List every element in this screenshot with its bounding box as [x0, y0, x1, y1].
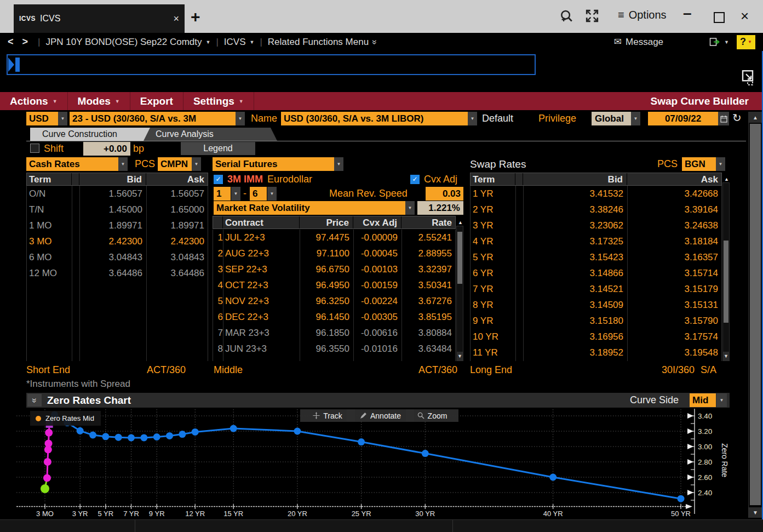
calendar-icon[interactable]	[718, 112, 729, 125]
popout-panel-icon[interactable]	[739, 69, 756, 89]
curve-side-select[interactable]: Mid	[690, 393, 716, 407]
currency-caret[interactable]: ▼	[58, 112, 67, 125]
swap-rate-row[interactable]: 11 YR3.189523.19548	[471, 345, 721, 361]
col-term[interactable]: Term	[27, 173, 72, 185]
col-term[interactable]: Term	[471, 173, 515, 185]
swap-rate-row[interactable]: 10 YR3.169563.17574	[471, 329, 721, 345]
futures-contract-row[interactable]: 4OCT 22+396.4950-0.001593.50341	[213, 277, 455, 293]
curve-name-caret[interactable]: ▼	[468, 112, 477, 125]
curve-name-field[interactable]: USD (30/360, S/A vs. 3M LIBOR)	[281, 112, 468, 125]
cash-rates-row[interactable]: 6 MO3.048433.04843	[27, 249, 208, 265]
futures-scrollbar[interactable]: ▼	[456, 226, 463, 361]
futures-caret[interactable]: ▼	[334, 157, 343, 171]
volatility-select[interactable]: Market Rate Volatility	[214, 201, 405, 215]
col-ask[interactable]: Ask	[146, 173, 208, 185]
cash-rates-row[interactable]: O/N1.560571.56057	[27, 186, 208, 202]
mean-rev-input[interactable]: 0.03	[426, 187, 463, 201]
scroll-up-icon[interactable]: ▲	[749, 112, 762, 123]
volatility-caret[interactable]: ▼	[405, 201, 415, 215]
nav-forward-icon[interactable]: >	[22, 36, 28, 48]
currency-select[interactable]: USD	[26, 112, 58, 125]
futures-select[interactable]: Serial Futures	[213, 157, 334, 171]
main-scrollbar[interactable]: ▲ ▼	[748, 112, 762, 518]
swap-rate-row[interactable]: 8 YR3.145093.15131	[471, 297, 721, 313]
menu-settings[interactable]: Settings▼	[183, 92, 254, 110]
zero-rates-chart[interactable]: 3 MO3 YR5 YR7 YR9 YR12 YR15 YR20 YR25 YR…	[0, 408, 738, 519]
scroll-down-icon[interactable]: ▼	[723, 352, 729, 361]
swap-rate-row[interactable]: 6 YR3.148663.15714	[471, 265, 721, 281]
cash-rates-row[interactable]: T/N1.450001.65000	[27, 202, 208, 218]
curve-date-field[interactable]: 07/09/22	[648, 112, 718, 125]
cvx-checkbox[interactable]: ✓	[410, 175, 420, 184]
swap-rate-row[interactable]: 4 YR3.173253.18184	[471, 233, 721, 249]
cash-rates-row[interactable]: 1 MO1.899711.89971	[27, 218, 208, 233]
privilege-caret[interactable]: ▼	[631, 112, 640, 125]
tab-icvs[interactable]: ICVS ICVS ×	[14, 4, 185, 33]
col-bid[interactable]: Bid	[79, 173, 146, 185]
minimize-button[interactable]: –	[683, 4, 692, 22]
cash-pcs-caret[interactable]: ▼	[192, 157, 201, 171]
sort-asc-icon[interactable]: ▲	[724, 176, 729, 182]
col-bid[interactable]: Bid	[523, 173, 627, 185]
swap-rate-row[interactable]: 7 YR3.145213.15179	[471, 281, 721, 297]
collapse-chart-button[interactable]: »	[27, 394, 42, 407]
tab-close-icon[interactable]: ×	[173, 13, 179, 25]
export-panel-button[interactable]: ▼	[709, 37, 729, 47]
security-selector[interactable]: JPN 10Y BOND(OSE) Sep22 Comdty ▼	[45, 37, 210, 48]
swap-rate-row[interactable]: 9 YR3.151803.15790	[471, 313, 721, 329]
cash-rates-row[interactable]: 3 MO2.423002.42300	[27, 233, 208, 249]
futures-contract-row[interactable]: 1JUL 22+397.4475-0.000092.55241	[213, 230, 455, 245]
imm-eurodollar-toggle[interactable]: ✓ 3M IMM Eurodollar	[214, 174, 312, 185]
scrollbar-thumb[interactable]	[750, 124, 761, 505]
curve-select[interactable]: 23 - USD (30/360, S/A vs. 3M	[70, 112, 236, 125]
privilege-select[interactable]: Global	[592, 112, 631, 125]
futures-from-caret[interactable]: ▼	[231, 187, 240, 201]
maximize-button[interactable]	[714, 12, 725, 23]
swap-pcs-select[interactable]: BGN	[682, 157, 716, 171]
col-ask[interactable]: Ask	[627, 173, 722, 185]
scroll-down-icon[interactable]: ▼	[457, 352, 463, 361]
help-button[interactable]: ? ▼	[737, 35, 755, 49]
fullscreen-icon[interactable]	[585, 9, 601, 25]
futures-from-select[interactable]: 1	[214, 187, 231, 201]
refresh-icon[interactable]: ↻	[732, 111, 742, 124]
annotate-button[interactable]: Annotate	[347, 409, 414, 422]
futures-contract-row[interactable]: 6DEC 22+396.1450-0.003053.85195	[213, 309, 455, 325]
related-functions-menu[interactable]: Related Functions Menu »	[268, 37, 377, 48]
volatility-value[interactable]: 1.221%	[417, 201, 463, 215]
col-price[interactable]: Price	[300, 216, 353, 228]
legend-button[interactable]: Legend	[181, 142, 255, 155]
cash-rates-row[interactable]: 12 MO3.644863.64486	[27, 265, 208, 281]
menu-export[interactable]: Export	[130, 92, 183, 110]
sort-asc-icon[interactable]: ▲	[458, 220, 463, 225]
curve-side-caret[interactable]: ▼	[716, 393, 727, 407]
cash-rates-select[interactable]: Cash Rates	[26, 157, 118, 171]
cash-rates-caret[interactable]: ▼	[118, 157, 128, 171]
window-close-button[interactable]: ×	[741, 8, 749, 25]
nav-back-icon[interactable]: <	[8, 36, 14, 48]
zoom-button[interactable]: Zoom	[406, 409, 458, 422]
swap-rate-row[interactable]: 5 YR3.154233.16357	[471, 249, 721, 265]
swap-rate-row[interactable]: 1 YR3.415323.42668	[471, 186, 721, 202]
col-cvx-adj[interactable]: Cvx Adj	[353, 216, 401, 228]
menu-actions[interactable]: Actions▼	[0, 92, 68, 110]
message-button[interactable]: ✉ Message	[614, 36, 663, 48]
shift-value-input[interactable]: +0.00	[83, 142, 130, 156]
futures-contract-row[interactable]: 5NOV 22+396.3250-0.002243.67276	[213, 293, 455, 309]
futures-to-caret[interactable]: ▼	[267, 187, 277, 201]
options-button[interactable]: ≡ Options	[618, 9, 667, 21]
new-tab-icon[interactable]: +	[191, 8, 200, 26]
menu-modes[interactable]: Modes▼	[68, 92, 130, 110]
curve-caret[interactable]: ▼	[236, 112, 245, 125]
tab-curve-analysis[interactable]: Curve Analysis	[144, 128, 277, 141]
col-rate[interactable]: Rate	[401, 216, 456, 228]
futures-contract-row[interactable]: 9SEP 23+396.5650-0.014953.43005	[213, 357, 455, 361]
futures-contract-row[interactable]: 8JUN 23+396.3550-0.010163.63484	[213, 341, 455, 357]
futures-contract-row[interactable]: 2AUG 22+397.1100-0.000452.88955	[213, 245, 455, 261]
cvx-adj-toggle[interactable]: ✓ Cvx Adj	[410, 174, 457, 185]
scroll-down-icon[interactable]: ▼	[749, 507, 762, 518]
default-button[interactable]: Default	[482, 112, 513, 125]
swap-rate-row[interactable]: 3 YR3.230623.24638	[471, 218, 721, 233]
futures-contract-row[interactable]: 3SEP 22+396.6750-0.001033.32397	[213, 261, 455, 277]
function-selector[interactable]: ICVS ▼	[224, 37, 255, 48]
